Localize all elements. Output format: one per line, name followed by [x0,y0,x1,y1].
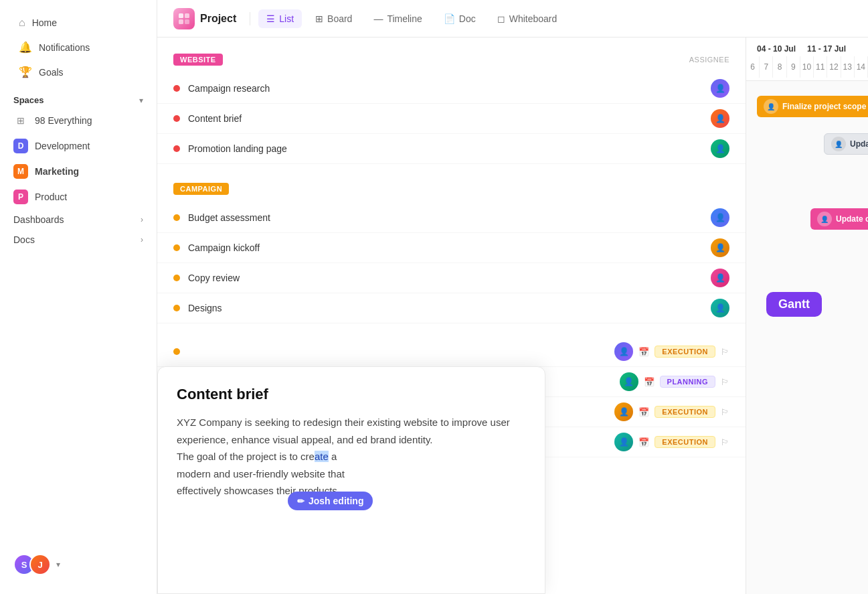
task-name: Copy review [188,273,711,283]
development-space-icon: D [13,139,28,153]
gantt-bar-finalize[interactable]: 👤 Finalize project scope [757,96,868,117]
task-name: Designs [188,303,711,313]
sidebar-item-marketing[interactable]: M Marketing [0,159,157,183]
gantt-bar-row: 👤 Finalize project scope [757,92,857,121]
task-name: Budget assessment [188,212,711,223]
table-row[interactable]: Promotion landing page 👤 [157,134,746,164]
section-gap [157,323,746,337]
sidebar-item-notifications[interactable]: 🔔 Notifications [5,35,151,59]
table-row[interactable]: Campaign research 👤 [157,74,746,104]
row-icons: 📅 EXECUTION 🏳 [638,406,729,418]
gantt-day: 14 [855,56,868,78]
tab-list[interactable]: ☰ List [258,9,302,28]
flag-icon: 🏳 [721,377,729,387]
task-name: Campaign research [188,83,711,94]
gantt-day: 11 [814,56,827,78]
table-row[interactable]: Content brief 👤 [157,104,746,134]
row-icons: 📅 EXECUTION 🏳 [638,436,729,448]
flag-icon: 🏳 [721,407,729,417]
sidebar-item-development[interactable]: D Development [0,134,157,158]
table-row[interactable]: 👤 📅 EXECUTION 🏳 [157,337,746,367]
tab-doc[interactable]: 📄 Doc [436,9,484,28]
list-panel: WEBSITE ASSIGNEE Campaign research 👤 Con… [157,38,746,594]
calendar-icon: 📅 [644,377,655,387]
status-badge: EXECUTION [655,436,715,448]
avatar: 👤 [711,269,729,287]
doc-highlighted-text: ate [315,451,329,462]
avatar: 👤 [711,208,729,227]
campaign-badge: CAMPAIGN [173,183,229,195]
edit-icon: ✏ [297,496,305,506]
gantt-day: 9 [787,56,800,78]
task-status-dot [173,214,180,221]
flag-icon: 🏳 [721,437,729,447]
marketing-space-icon: M [13,164,28,179]
table-row[interactable]: Campaign kickoff 👤 [157,233,746,263]
gantt-bar-row: 👤 Refresh company website [757,167,857,196]
bar-avatar: 👤 [817,212,832,226]
josh-editing-label: Josh editing [309,496,363,506]
sidebar-item-dashboards[interactable]: Dashboards › [0,210,157,230]
gantt-bar-row: 👤 Update key objectives [757,129,857,159]
bar-avatar: 👤 [831,137,846,151]
section-gap [157,164,746,177]
josh-editing-badge: ✏ Josh editing [288,492,373,510]
spaces-label: Spaces [13,95,44,105]
list-icon: ☰ [266,13,275,24]
sidebar-item-everything[interactable]: ⊞ 98 Everything [0,108,157,133]
whiteboard-icon: ◻ [497,13,505,24]
calendar-icon: 📅 [638,437,649,447]
spaces-section: Spaces ▾ [0,84,157,108]
tab-timeline[interactable]: — Timeline [365,9,430,28]
row-icons: 📅 PLANNING 🏳 [644,376,729,388]
task-status-dot [173,275,180,281]
svg-rect-1 [185,13,189,18]
table-row[interactable]: Copy review 👤 [157,263,746,293]
task-name: Campaign kickoff [188,242,711,253]
goals-icon: 🏆 [19,66,32,78]
sidebar-item-home[interactable]: ⌂ Home [5,11,151,34]
sidebar-item-product[interactable]: P Product [0,185,157,209]
task-status-dot [173,115,180,122]
gantt-bar-update-key[interactable]: 👤 Update key objectives [824,133,868,155]
gantt-panel: 04 - 10 Jul 11 - 17 Jul 6 7 8 9 10 11 12… [746,38,868,594]
sidebar-item-label: Marketing [35,166,79,177]
gantt-day: 12 [827,56,841,78]
sidebar-item-docs[interactable]: Docs › [0,230,157,250]
task-name: Content brief [188,113,711,124]
gantt-week-label-2: 11 - 17 Jul [807,44,857,54]
gantt-day: 10 [800,56,814,78]
task-name: Promotion landing page [188,143,711,154]
gantt-tooltip-label: Gantt [778,297,810,311]
chevron-down-icon[interactable]: ▾ [56,560,60,569]
avatar: 👤 [614,433,633,451]
status-badge: EXECUTION [655,406,715,418]
avatar: 👤 [711,79,729,98]
svg-rect-0 [179,13,183,18]
grid-icon: ⊞ [13,113,28,128]
gantt-day: 7 [760,56,773,78]
tab-label: List [279,13,294,24]
sidebar-item-label: 98 Everything [35,115,92,126]
gantt-day: 6 [746,56,760,78]
bar-avatar: 👤 [764,99,778,114]
project-icon [173,8,195,29]
bar-label: Update contractor agreement [836,214,868,224]
sidebar-item-goals[interactable]: 🏆 Goals [5,60,151,84]
table-row[interactable]: Budget assessment 👤 [157,203,746,233]
chevron-down-icon[interactable]: ▾ [139,96,143,105]
svg-rect-3 [185,19,189,24]
table-row[interactable]: Designs 👤 [157,293,746,323]
sidebar-item-label: Home [32,17,57,28]
campaign-section-header: CAMPAIGN [157,177,746,200]
product-space-icon: P [13,190,28,204]
doc-overlay: Content brief XYZ Company is seeking to … [157,366,545,594]
calendar-icon: 📅 [638,347,649,357]
sidebar-item-label: Notifications [39,42,90,53]
avatar: 👤 [614,342,633,361]
gantt-bar-contractor[interactable]: 👤 Update contractor agreement [810,208,868,230]
tab-board[interactable]: ⊞ Board [307,9,360,28]
content-area: WEBSITE ASSIGNEE Campaign research 👤 Con… [157,38,868,594]
tab-whiteboard[interactable]: ◻ Whiteboard [489,9,566,28]
website-section-header: WEBSITE ASSIGNEE [157,48,746,71]
